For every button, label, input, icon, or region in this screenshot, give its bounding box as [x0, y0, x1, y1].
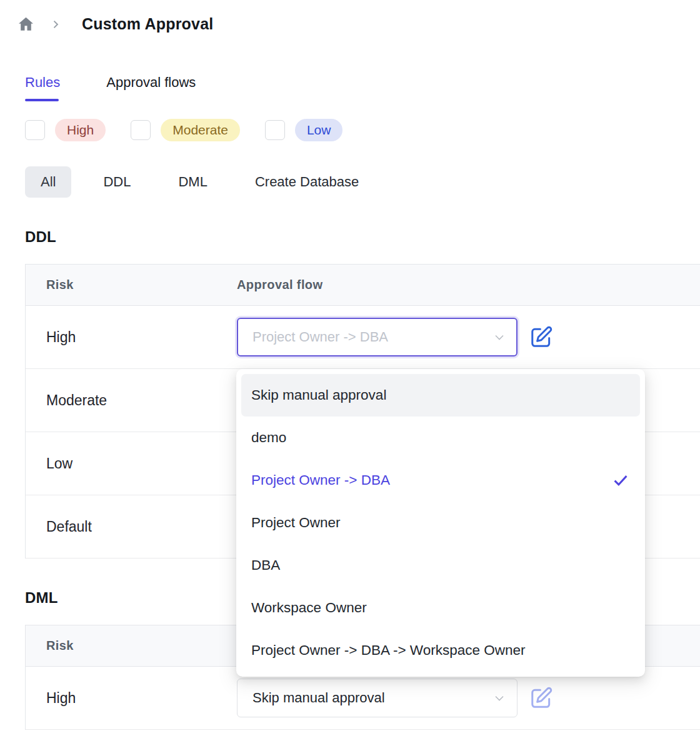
option-label: Workspace Owner [251, 600, 367, 616]
option-label: Skip manual approval [251, 387, 386, 403]
dropdown-option-workspace-owner[interactable]: Workspace Owner [241, 587, 640, 629]
risk-filter-moderate: Moderate [131, 119, 240, 141]
approval-flow-cell: Skip manual approval [237, 679, 553, 717]
page-title: Custom Approval [82, 15, 213, 33]
chevron-down-icon [492, 690, 507, 705]
ddl-table-header: Risk Approval flow [26, 265, 700, 306]
table-row-ddl-high: High Project Owner -> DBA [26, 306, 700, 369]
approval-flow-dropdown-menu: Skip manual approval demo Project Owner … [236, 369, 645, 677]
option-label: Project Owner -> DBA [251, 472, 390, 488]
tab-rules[interactable]: Rules [25, 74, 60, 101]
risk-label: High [26, 329, 237, 346]
low-badge[interactable]: Low [295, 119, 343, 141]
chevron-right-icon [49, 18, 62, 31]
option-label: demo [251, 430, 286, 446]
category-filter-row: All DDL DML Create Database [25, 166, 700, 198]
risk-filter-low: Low [265, 119, 343, 141]
risk-filter-high: High [25, 119, 106, 141]
checkmark-icon [611, 471, 630, 490]
chevron-down-icon [492, 330, 507, 345]
edit-pencil-icon [529, 341, 553, 351]
category-all[interactable]: All [25, 166, 71, 198]
dropdown-option-demo[interactable]: demo [241, 417, 640, 459]
category-dml[interactable]: DML [162, 166, 222, 198]
category-ddl[interactable]: DDL [88, 166, 146, 198]
edit-flow-button[interactable] [529, 325, 553, 349]
option-label: DBA [251, 557, 280, 574]
edit-pencil-icon [529, 702, 553, 712]
select-value: Skip manual approval [252, 690, 385, 706]
risk-filter-row: High Moderate Low [25, 119, 700, 141]
ddl-section-title: DDL [25, 226, 700, 248]
category-create-database[interactable]: Create Database [239, 166, 374, 198]
dml-high-flow-select[interactable]: Skip manual approval [237, 679, 518, 717]
dropdown-option-project-owner-dba[interactable]: Project Owner -> DBA [241, 459, 640, 502]
dropdown-option-project-owner[interactable]: Project Owner [241, 502, 640, 544]
low-checkbox[interactable] [265, 120, 285, 140]
ddl-high-flow-select[interactable]: Project Owner -> DBA [237, 318, 518, 356]
risk-label: Low [26, 455, 237, 472]
approval-flow-column-header: Approval flow [237, 278, 322, 292]
select-value: Project Owner -> DBA [252, 329, 388, 345]
approval-flow-cell: Project Owner -> DBA [237, 318, 553, 356]
option-label: Project Owner -> DBA -> Workspace Owner [251, 642, 526, 659]
moderate-badge[interactable]: Moderate [161, 119, 240, 141]
option-label: Project Owner [251, 515, 341, 531]
dropdown-option-skip-manual-approval[interactable]: Skip manual approval [241, 374, 640, 417]
moderate-checkbox[interactable] [131, 120, 151, 140]
home-icon[interactable] [18, 16, 34, 33]
tab-approval-flows[interactable]: Approval flows [106, 74, 196, 101]
dropdown-option-project-owner-dba-workspace-owner[interactable]: Project Owner -> DBA -> Workspace Owner [241, 629, 640, 672]
tab-bar: Rules Approval flows [25, 74, 700, 101]
dropdown-option-dba[interactable]: DBA [241, 544, 640, 587]
edit-flow-button[interactable] [529, 686, 553, 710]
high-badge[interactable]: High [55, 119, 106, 141]
risk-column-header: Risk [26, 278, 237, 292]
risk-column-header: Risk [26, 639, 237, 653]
high-checkbox[interactable] [25, 120, 45, 140]
risk-label: Moderate [26, 392, 237, 409]
breadcrumb: Custom Approval [0, 0, 700, 33]
risk-label: Default [26, 518, 237, 535]
risk-label: High [26, 690, 237, 707]
